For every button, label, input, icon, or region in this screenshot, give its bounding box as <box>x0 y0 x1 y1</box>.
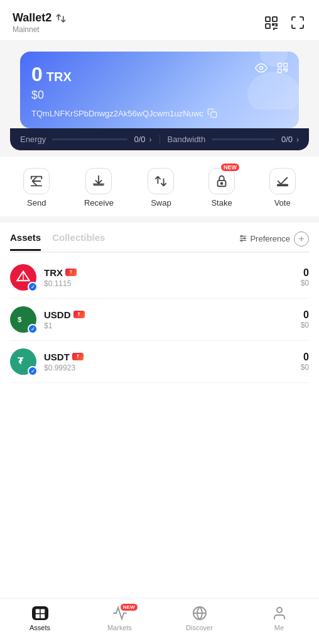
usdt-amount: 0 <box>301 352 309 363</box>
wallet-title[interactable]: Wallet2 <box>13 11 67 25</box>
nav-me[interactable]: Me <box>261 605 298 631</box>
svg-point-31 <box>277 608 282 613</box>
bandwidth-label: Bandwidth <box>168 135 206 144</box>
trx-icon: ✓ <box>10 264 36 291</box>
stake-new-badge: NEW <box>221 164 239 171</box>
svg-rect-0 <box>266 17 270 21</box>
assets-section: Assets Collectibles Preference + <box>0 223 319 492</box>
markets-new-badge: NEW <box>121 604 138 611</box>
svg-point-17 <box>241 235 242 236</box>
swap-icon <box>148 168 174 194</box>
nav-discover-icon <box>192 605 208 621</box>
stake-button[interactable]: NEW Stake <box>208 168 235 208</box>
energy-arrow: › <box>149 135 152 144</box>
energy-label: Energy <box>20 135 46 144</box>
wallet-card: 0 TRX $0 TQmLNFKrSPbDnwgz2Ak56wQJcwm1uzN… <box>20 52 299 128</box>
tab-collectibles[interactable]: Collectibles <box>52 232 105 251</box>
address-text: TQmLNFKrSPbDnwgz2Ak56wQJcwm1uzNuwc <box>31 109 203 118</box>
copy-address-icon[interactable] <box>207 108 217 118</box>
card-stats: Energy 0/0 › Bandwidth 0/0 › <box>10 128 309 150</box>
vote-label: Vote <box>274 198 291 208</box>
svg-point-7 <box>260 52 288 67</box>
usdd-name: USDD <box>44 309 71 320</box>
nav-assets[interactable]: Assets <box>21 605 59 631</box>
usdt-icon: ₮ ✓ <box>10 348 36 375</box>
usdt-name: USDT <box>44 352 70 362</box>
bandwidth-arrow: › <box>296 135 299 144</box>
swap-button[interactable]: Swap <box>148 168 174 208</box>
send-label: Send <box>27 198 46 208</box>
energy-value: 0/0 <box>134 135 145 144</box>
add-asset-button[interactable]: + <box>294 231 309 247</box>
stake-icon: NEW <box>208 168 235 194</box>
scan-icon[interactable] <box>262 14 280 31</box>
svg-rect-13 <box>277 185 288 186</box>
vote-icon <box>269 168 296 194</box>
nav-markets-label: Markets <box>107 624 132 631</box>
usdt-network-badge: T <box>72 353 84 360</box>
receive-icon <box>85 168 112 194</box>
svg-rect-27 <box>35 614 40 618</box>
wallet-name-text: Wallet2 <box>13 11 51 25</box>
trx-balance: 0 $0 <box>301 267 309 287</box>
usdt-name-row: USDT T <box>44 352 301 362</box>
usdd-info: USDD T $1 <box>44 309 301 330</box>
nav-me-label: Me <box>274 624 284 631</box>
vote-button[interactable]: Vote <box>269 168 296 208</box>
usdt-info: USDT T $0.99923 <box>44 352 301 372</box>
trx-usd: $0 <box>301 279 309 287</box>
nav-assets-icon <box>32 605 48 621</box>
trx-name: TRX <box>44 267 63 278</box>
bandwidth-stat[interactable]: Bandwidth 0/0 › <box>160 135 300 144</box>
svg-rect-28 <box>40 614 45 618</box>
send-button[interactable]: Send <box>23 168 50 208</box>
content-spacer <box>0 492 319 598</box>
bandwidth-value: 0/0 <box>281 135 293 144</box>
preference-button[interactable]: Preference <box>239 234 290 250</box>
nav-markets[interactable]: NEW Markets <box>101 605 139 631</box>
usdt-price: $0.99923 <box>44 364 301 372</box>
trx-verified-badge: ✓ <box>28 282 38 292</box>
energy-stat[interactable]: Energy 0/0 › <box>20 135 160 144</box>
wallet-card-wrapper: 0 TRX $0 TQmLNFKrSPbDnwgz2Ak56wQJcwm1uzN… <box>10 45 309 150</box>
svg-text:$: $ <box>18 315 22 323</box>
asset-list: ✓ TRX T $0.1115 0 $0 $ ✓ <box>10 253 309 387</box>
bandwidth-bar <box>212 138 275 140</box>
receive-label: Receive <box>84 198 114 208</box>
svg-point-8 <box>247 72 299 109</box>
swap-wallet-icon[interactable] <box>55 13 67 24</box>
header: Wallet2 Mainnet <box>0 0 319 40</box>
header-left: Wallet2 Mainnet <box>13 11 67 34</box>
nav-discover[interactable]: Discover <box>181 605 219 631</box>
usdt-verified-badge: ✓ <box>28 366 38 376</box>
wallet-address[interactable]: TQmLNFKrSPbDnwgz2Ak56wQJcwm1uzNuwc <box>31 108 288 128</box>
assets-header: Assets Collectibles Preference + <box>10 223 309 253</box>
usdt-usd: $0 <box>301 363 309 372</box>
svg-rect-2 <box>266 24 270 28</box>
balance-number: 0 <box>31 63 43 86</box>
receive-button[interactable]: Receive <box>84 168 114 208</box>
nav-assets-label: Assets <box>30 624 50 631</box>
asset-row-usdd[interactable]: $ ✓ USDD T $1 0 $0 <box>10 299 309 341</box>
svg-point-19 <box>241 240 242 241</box>
nav-discover-label: Discover <box>186 624 213 631</box>
usdd-price: $1 <box>44 321 301 330</box>
action-buttons: Send Receive Swap NEW Stak <box>0 157 319 216</box>
fullscreen-icon[interactable] <box>289 14 306 31</box>
svg-rect-25 <box>35 609 40 613</box>
stake-label: Stake <box>211 198 232 208</box>
usdd-amount: 0 <box>301 309 309 321</box>
preference-label: Preference <box>250 234 290 243</box>
trx-price: $0.1115 <box>44 279 301 288</box>
svg-rect-10 <box>94 185 104 186</box>
asset-row-trx[interactable]: ✓ TRX T $0.1115 0 $0 <box>10 257 309 299</box>
svg-text:₮: ₮ <box>18 356 24 366</box>
tab-assets[interactable]: Assets <box>10 232 41 251</box>
swap-label: Swap <box>151 198 171 208</box>
usdt-balance: 0 $0 <box>301 352 309 372</box>
svg-point-18 <box>244 238 246 239</box>
usdd-network-badge: T <box>73 311 85 318</box>
asset-row-usdt[interactable]: ₮ ✓ USDT T $0.99923 0 $0 <box>10 341 309 383</box>
usdd-name-row: USDD T <box>44 309 301 320</box>
balance-currency: TRX <box>46 70 72 84</box>
